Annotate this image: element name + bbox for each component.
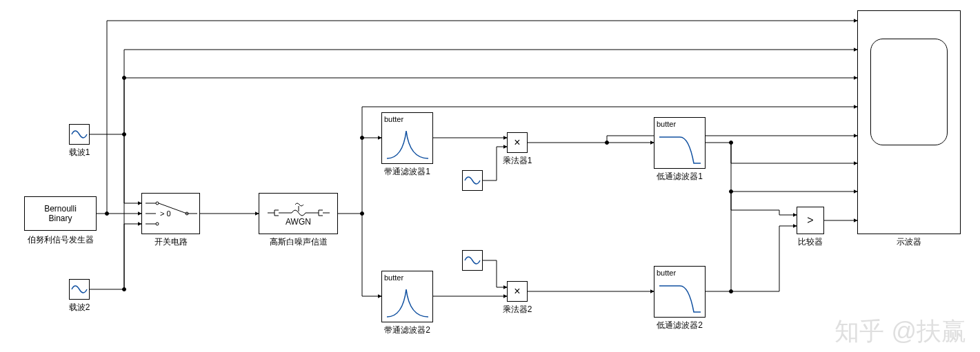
- svg-point-1: [123, 133, 126, 136]
- bpf1-block[interactable]: butter: [381, 112, 433, 164]
- local-oscillator2-block[interactable]: [462, 250, 483, 271]
- greater-than-icon: >: [807, 214, 813, 227]
- watermark-text: 知乎 @扶赢: [834, 315, 966, 349]
- svg-point-8: [730, 290, 733, 293]
- scope-label: 示波器: [857, 236, 961, 248]
- lowpass-icon: [656, 278, 704, 315]
- svg-point-9: [730, 190, 733, 194]
- lpf2-label: 低通滤波器2: [654, 320, 706, 331]
- svg-point-7: [730, 141, 733, 145]
- multiplier2-label: 乘法器2: [497, 304, 538, 315]
- switch-block[interactable]: > 0: [141, 193, 200, 234]
- bernoulli-binary-block[interactable]: Bernoulli Binary: [24, 196, 97, 231]
- scope-block[interactable]: [857, 10, 961, 234]
- sine-icon: [70, 125, 89, 144]
- bpf2-label: 带通滤波器2: [381, 324, 433, 336]
- bpf1-label: 带通滤波器1: [381, 166, 433, 178]
- multiply-icon: ×: [514, 136, 520, 149]
- sine-icon: [70, 280, 89, 299]
- bernoulli-text: Bernoulli Binary: [44, 204, 77, 223]
- svg-point-3: [123, 76, 126, 80]
- multiplier1-label: 乘法器1: [497, 155, 538, 167]
- awgn-block[interactable]: AWGN: [259, 193, 338, 234]
- lpf1-label: 低通滤波器1: [654, 171, 706, 183]
- svg-point-6: [606, 141, 609, 145]
- bpf1-text: butter: [384, 115, 403, 123]
- awgn-label: 高斯白噪声信道: [259, 236, 338, 248]
- multiplier2-block[interactable]: ×: [507, 281, 528, 302]
- bernoulli-label: 伯努利信号发生器: [24, 234, 97, 246]
- lpf1-block[interactable]: butter: [654, 117, 706, 169]
- lpf1-text: butter: [657, 120, 676, 128]
- multiplier1-block[interactable]: ×: [507, 132, 528, 153]
- scope-screen-icon: [870, 39, 948, 145]
- lpf2-text: butter: [657, 269, 676, 277]
- svg-point-0: [106, 212, 109, 216]
- svg-point-4: [361, 212, 364, 216]
- switch-threshold: > 0: [160, 209, 171, 218]
- lpf2-block[interactable]: butter: [654, 266, 706, 318]
- carrier2-label: 载波2: [63, 302, 95, 313]
- svg-point-14: [156, 222, 159, 225]
- bandpass-icon: [383, 282, 432, 320]
- signal-wires: [0, 0, 980, 352]
- lowpass-icon: [656, 129, 704, 167]
- awgn-icon: [261, 200, 337, 217]
- svg-point-2: [123, 288, 126, 291]
- bpf2-text: butter: [384, 273, 403, 282]
- switch-label: 开关电路: [141, 236, 200, 248]
- carrier2-block[interactable]: [69, 279, 90, 300]
- sine-icon: [463, 171, 482, 190]
- sine-icon: [463, 251, 482, 270]
- comparator-block[interactable]: >: [797, 207, 824, 234]
- carrier1-label: 载波1: [63, 147, 95, 158]
- comparator-label: 比较器: [793, 236, 828, 248]
- local-oscillator1-block[interactable]: [462, 170, 483, 191]
- svg-point-13: [156, 202, 159, 205]
- carrier1-block[interactable]: [69, 124, 90, 145]
- awgn-text: AWGN: [286, 217, 311, 227]
- bandpass-icon: [383, 124, 432, 162]
- svg-point-5: [361, 136, 364, 140]
- bpf2-block[interactable]: butter: [381, 271, 433, 322]
- multiply-icon: ×: [514, 285, 520, 298]
